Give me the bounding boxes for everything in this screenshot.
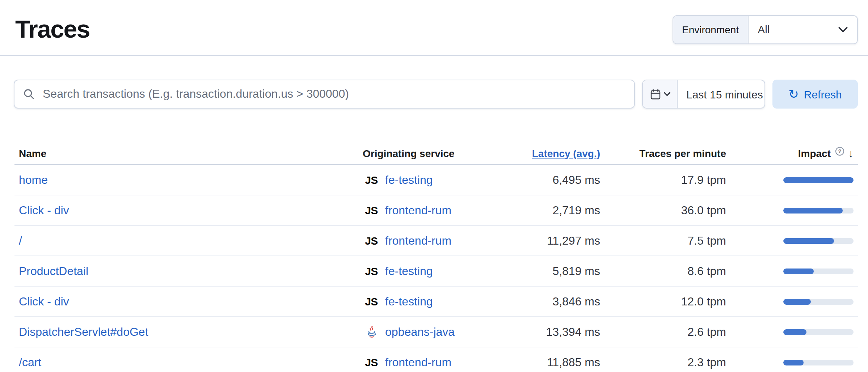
trace-name-link[interactable]: /	[19, 234, 22, 246]
js-icon: JS	[365, 174, 378, 186]
latency-value: 6,495 ms	[531, 173, 623, 186]
table-row: Click - div JS fe-testing 3,846 ms 12.0 …	[14, 287, 858, 317]
environment-label: Environment	[673, 16, 748, 43]
column-header-latency[interactable]: Latency (avg.)	[531, 147, 623, 159]
refresh-icon: ↻	[788, 88, 799, 100]
impact-help-icon[interactable]: ?	[834, 146, 844, 156]
traces-table: Name Originating service Latency (avg.) …	[14, 142, 858, 372]
impact-fill	[783, 268, 813, 274]
table-body: home JS fe-testing 6,495 ms 17.9 tpm Cli…	[14, 165, 858, 372]
tpm-value: 17.9 tpm	[623, 173, 748, 186]
agent-icon-box: JS	[363, 204, 380, 216]
table-row: home JS fe-testing 6,495 ms 17.9 tpm	[14, 165, 858, 195]
latency-value: 13,394 ms	[531, 325, 623, 338]
quick-select-button[interactable]	[643, 80, 678, 108]
search-input[interactable]	[14, 80, 635, 109]
date-picker: Last 15 minutes	[642, 80, 765, 109]
service-link[interactable]: frontend-rum	[385, 204, 451, 217]
impact-header-label: Impact	[798, 147, 831, 159]
latency-value: 11,297 ms	[531, 234, 623, 247]
environment-value: All	[758, 23, 770, 35]
agent-icon-box: JS	[363, 174, 380, 186]
tpm-value: 8.6 tpm	[623, 265, 748, 278]
date-range-value: Last 15 minutes	[686, 88, 763, 100]
tpm-value: 2.6 tpm	[623, 325, 748, 338]
table-row: / JS frontend-rum 11,297 ms 7.5 tpm	[14, 226, 858, 256]
impact-bar	[783, 359, 854, 365]
agent-icon-box: JS	[363, 265, 380, 277]
refresh-button[interactable]: ↻ Refresh	[772, 80, 858, 109]
impact-fill	[783, 329, 806, 335]
search-icon	[23, 88, 35, 100]
impact-bar	[783, 329, 854, 335]
impact-fill	[783, 177, 854, 183]
refresh-button-label: Refresh	[804, 88, 842, 100]
chevron-down-icon	[838, 26, 848, 32]
js-icon: JS	[365, 234, 378, 247]
impact-fill	[783, 238, 834, 244]
impact-fill	[783, 207, 843, 213]
column-header-name[interactable]: Name	[14, 147, 357, 159]
page-title: Traces	[15, 15, 90, 43]
chevron-down-icon	[663, 92, 670, 96]
trace-name-link[interactable]: DispatcherServlet#doGet	[19, 325, 148, 338]
table-header-row: Name Originating service Latency (avg.) …	[14, 142, 858, 165]
service-link[interactable]: fe-testing	[385, 295, 433, 308]
js-icon: JS	[365, 265, 378, 277]
sort-down-icon[interactable]: ↓	[848, 147, 854, 159]
agent-icon-box: JS	[363, 295, 380, 308]
js-icon: JS	[365, 204, 378, 216]
tpm-value: 7.5 tpm	[623, 234, 748, 247]
agent-icon-box: JS	[363, 234, 380, 247]
search-box	[14, 80, 635, 109]
table-row: ProductDetail JS fe-testing 5,819 ms 8.6…	[14, 256, 858, 287]
svg-text:?: ?	[838, 148, 841, 154]
traces-page: Traces Environment All	[0, 0, 868, 372]
impact-bar	[783, 238, 854, 244]
column-header-impact[interactable]: Impact ? ↓	[748, 147, 858, 159]
service-link[interactable]: fe-testing	[385, 173, 433, 186]
column-header-service[interactable]: Originating service	[357, 147, 531, 159]
tpm-value: 36.0 tpm	[623, 204, 748, 217]
agent-icon-box: JS	[363, 356, 380, 368]
latency-value: 3,846 ms	[531, 295, 623, 308]
impact-fill	[783, 359, 804, 365]
impact-bar	[783, 299, 854, 304]
tpm-value: 2.3 tpm	[623, 356, 748, 369]
service-link[interactable]: frontend-rum	[385, 356, 451, 369]
latency-sort-link[interactable]: Latency (avg.)	[532, 147, 600, 159]
impact-fill	[783, 299, 811, 304]
environment-select[interactable]: Environment All	[673, 15, 858, 44]
trace-name-link[interactable]: ProductDetail	[19, 265, 88, 277]
date-range-button[interactable]: Last 15 minutes	[678, 80, 764, 108]
latency-value: 11,885 ms	[531, 356, 623, 369]
toolbar: Last 15 minutes ↻ Refresh	[14, 80, 858, 109]
js-icon: JS	[365, 295, 378, 308]
table-row: /cart JS frontend-rum 11,885 ms 2.3 tpm	[14, 347, 858, 372]
table-row: Click - div JS frontend-rum 2,719 ms 36.…	[14, 195, 858, 226]
impact-bar	[783, 268, 854, 274]
trace-name-link[interactable]: Click - div	[19, 204, 69, 216]
table-row: DispatcherServlet#doGet opbeans-java 13,…	[14, 317, 858, 347]
service-link[interactable]: fe-testing	[385, 265, 433, 278]
trace-name-link[interactable]: Click - div	[19, 295, 69, 307]
js-icon: JS	[365, 356, 378, 368]
column-header-tpm[interactable]: Traces per minute	[623, 147, 748, 159]
trace-name-link[interactable]: /cart	[19, 356, 41, 368]
calendar-icon	[650, 89, 661, 100]
impact-bar	[783, 207, 854, 213]
service-link[interactable]: opbeans-java	[385, 325, 455, 338]
tpm-value: 12.0 tpm	[623, 295, 748, 308]
environment-value-button[interactable]: All	[748, 16, 857, 43]
impact-bar	[783, 177, 854, 183]
trace-name-link[interactable]: home	[19, 173, 48, 186]
agent-icon-box	[363, 326, 380, 338]
page-header: Traces Environment All	[0, 0, 868, 56]
latency-value: 5,819 ms	[531, 265, 623, 278]
java-icon	[365, 326, 378, 338]
latency-value: 2,719 ms	[531, 204, 623, 217]
service-link[interactable]: frontend-rum	[385, 234, 451, 247]
